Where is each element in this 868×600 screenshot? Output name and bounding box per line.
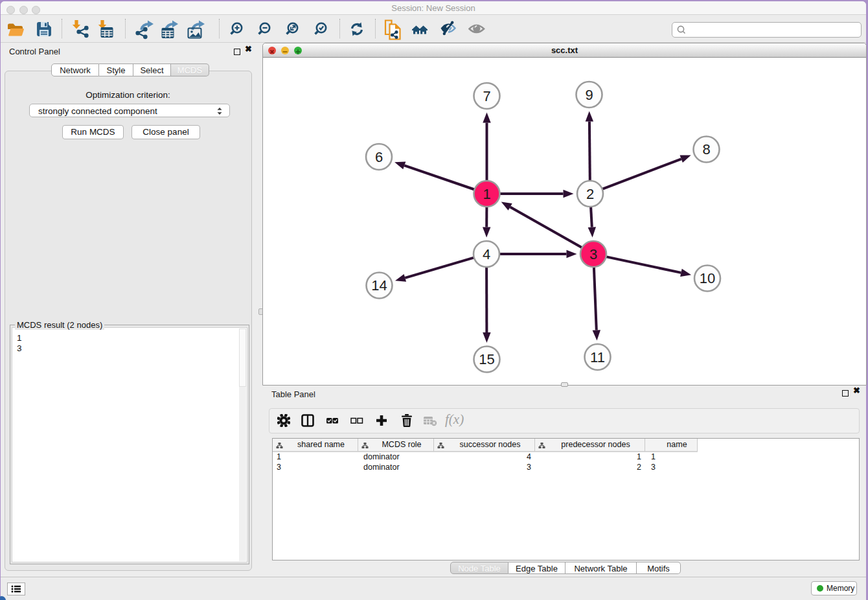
svg-text:11: 11	[590, 349, 605, 365]
svg-text:4: 4	[483, 246, 490, 262]
svg-text:15: 15	[479, 351, 494, 367]
svg-text:8: 8	[702, 141, 710, 157]
svg-text:3: 3	[589, 246, 597, 262]
svg-text:10: 10	[700, 270, 715, 286]
svg-text:1: 1	[483, 186, 490, 202]
svg-text:9: 9	[585, 87, 593, 103]
svg-text:6: 6	[375, 149, 383, 165]
svg-text:2: 2	[586, 186, 594, 202]
svg-text:7: 7	[483, 88, 490, 104]
svg-text:14: 14	[371, 277, 387, 294]
